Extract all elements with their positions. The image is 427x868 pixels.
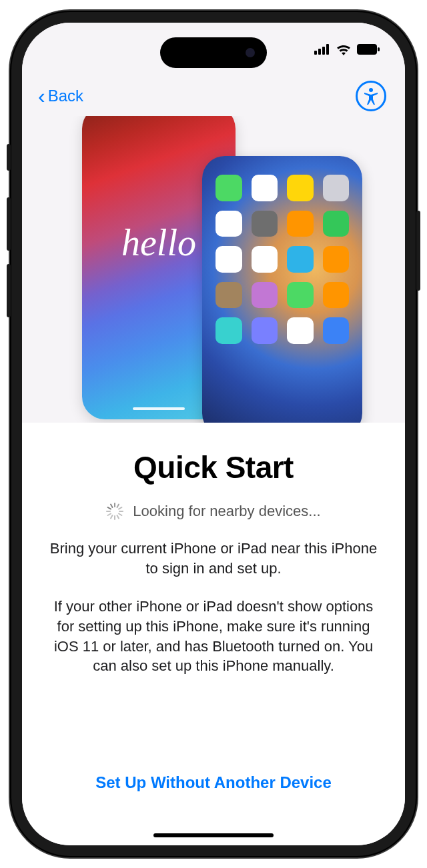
- svg-rect-1: [318, 49, 321, 55]
- app-icon: [252, 317, 278, 344]
- home-indicator[interactable]: [153, 833, 274, 837]
- app-icon: [287, 317, 314, 344]
- volume-up-button: [7, 197, 11, 251]
- mute-switch: [7, 144, 11, 171]
- page-title: Quick Start: [46, 449, 381, 485]
- back-label: Back: [48, 87, 83, 105]
- hero-illustration: hello: [22, 116, 405, 423]
- spinner-icon: [106, 503, 123, 520]
- app-icon: [216, 211, 242, 237]
- volume-down-button: [7, 264, 11, 317]
- accessibility-button[interactable]: [356, 81, 386, 111]
- app-icon: [252, 211, 278, 237]
- app-icon: [323, 282, 350, 309]
- app-icon: [323, 246, 350, 273]
- power-button: [416, 211, 420, 291]
- chevron-left-icon: ‹: [38, 85, 45, 107]
- svg-rect-0: [314, 51, 317, 55]
- body-text-2: If your other iPhone or iPad doesn't sho…: [46, 597, 381, 676]
- svg-rect-4: [357, 44, 377, 55]
- app-icon: [216, 282, 242, 309]
- illustration-home-indicator: [133, 407, 185, 410]
- app-icon: [287, 282, 314, 309]
- main-panel: Quick Start Looking for nearby devices..…: [22, 423, 405, 845]
- cellular-signal-icon: [314, 44, 330, 55]
- app-icon: [323, 211, 350, 237]
- hello-text: hello: [121, 221, 196, 264]
- battery-icon: [357, 44, 380, 55]
- app-icon: [216, 317, 242, 344]
- apps-phone-illustration: [202, 156, 362, 423]
- svg-rect-3: [326, 44, 329, 55]
- wifi-icon: [336, 43, 352, 55]
- setup-without-device-link[interactable]: Set Up Without Another Device: [46, 773, 381, 825]
- svg-rect-5: [378, 47, 380, 51]
- app-icon: [287, 211, 314, 237]
- app-icon: [323, 317, 350, 344]
- accessibility-icon: [361, 86, 381, 106]
- back-button[interactable]: ‹ Back: [38, 85, 83, 107]
- app-icon: [216, 246, 242, 273]
- app-icon: [252, 175, 278, 201]
- searching-text: Looking for nearby devices...: [133, 503, 320, 520]
- screen: ‹ Back hello: [22, 23, 405, 845]
- iphone-frame: ‹ Back hello: [10, 11, 417, 857]
- dynamic-island: [160, 37, 267, 68]
- app-icon: [252, 246, 278, 273]
- body-text-1: Bring your current iPhone or iPad near t…: [46, 539, 381, 578]
- svg-rect-2: [322, 47, 325, 55]
- searching-row: Looking for nearby devices...: [46, 503, 381, 520]
- svg-point-6: [369, 88, 373, 92]
- app-icon: [252, 282, 278, 309]
- app-icon: [323, 175, 350, 201]
- app-icon: [287, 246, 314, 273]
- content: ‹ Back hello: [22, 23, 405, 845]
- app-icon: [216, 175, 242, 201]
- app-icon: [287, 175, 314, 201]
